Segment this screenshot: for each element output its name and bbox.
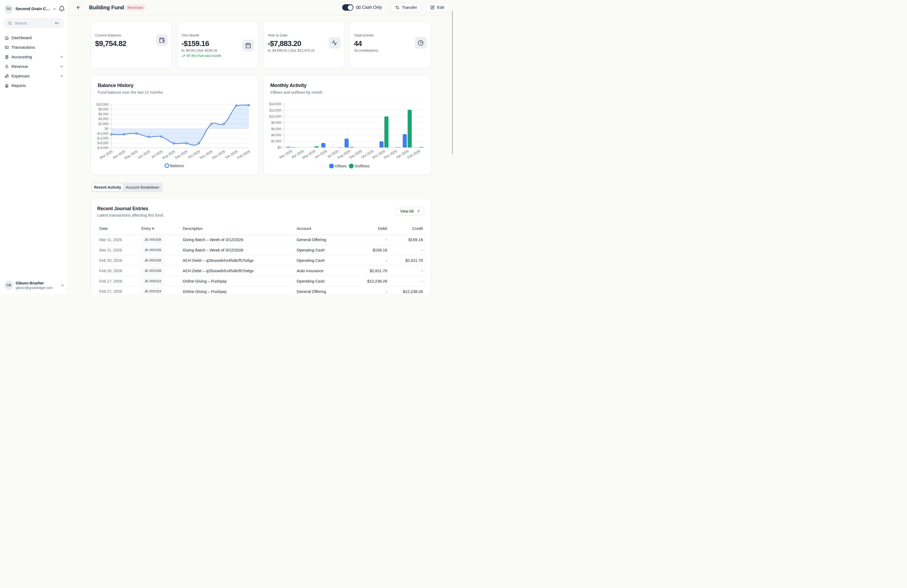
svg-text:Inflows: Inflows — [335, 164, 347, 168]
svg-text:$8,000: $8,000 — [99, 107, 109, 111]
svg-text:$6,000: $6,000 — [99, 112, 109, 116]
svg-text:$2,000: $2,000 — [271, 139, 281, 143]
svg-text:Jun 2025: Jun 2025 — [314, 149, 328, 159]
svg-text:Nov 2025: Nov 2025 — [372, 149, 386, 160]
svg-text:Apr 2025: Apr 2025 — [112, 150, 126, 160]
svg-text:Mar 2025: Mar 2025 — [99, 150, 114, 160]
svg-text:Dec 2025: Dec 2025 — [383, 149, 397, 160]
svg-text:$10,000: $10,000 — [269, 115, 282, 118]
svg-text:Feb 2026: Feb 2026 — [237, 150, 251, 160]
svg-text:Balance: Balance — [170, 164, 184, 168]
svg-text:$-2,000: $-2,000 — [97, 132, 108, 136]
svg-text:Aug 2025: Aug 2025 — [161, 150, 176, 160]
svg-text:Mar 2025: Mar 2025 — [279, 149, 293, 160]
svg-text:$10,000: $10,000 — [97, 103, 109, 106]
svg-text:Aug 2025: Aug 2025 — [337, 149, 351, 160]
svg-text:May 2025: May 2025 — [124, 150, 138, 160]
svg-text:Jan 2026: Jan 2026 — [224, 150, 238, 160]
svg-text:Outflows: Outflows — [355, 164, 370, 168]
svg-text:Dec 2025: Dec 2025 — [212, 150, 226, 160]
svg-text:Feb 2026: Feb 2026 — [407, 149, 421, 160]
svg-text:Jun 2025: Jun 2025 — [137, 150, 151, 160]
svg-text:$-8,000: $-8,000 — [97, 146, 108, 150]
svg-text:$0: $0 — [277, 146, 281, 150]
svg-text:Oct 2025: Oct 2025 — [187, 150, 201, 160]
svg-text:$-4,000: $-4,000 — [97, 136, 108, 140]
svg-text:Jul 2025: Jul 2025 — [151, 150, 163, 159]
svg-text:$12,000: $12,000 — [269, 109, 282, 112]
svg-text:Jan 2026: Jan 2026 — [396, 149, 409, 159]
svg-text:May 2025: May 2025 — [301, 149, 316, 160]
svg-text:$6,000: $6,000 — [271, 127, 281, 131]
svg-text:$0: $0 — [105, 127, 109, 131]
svg-text:Nov 2025: Nov 2025 — [199, 150, 213, 160]
svg-text:$14,000: $14,000 — [269, 102, 282, 106]
svg-text:$2,000: $2,000 — [99, 122, 109, 126]
svg-text:Sep 2025: Sep 2025 — [174, 150, 188, 160]
svg-text:$4,000: $4,000 — [99, 117, 109, 121]
svg-text:$-6,000: $-6,000 — [97, 141, 108, 145]
svg-text:$4,000: $4,000 — [271, 133, 281, 137]
svg-text:$8,000: $8,000 — [271, 121, 281, 125]
svg-text:Sep 2025: Sep 2025 — [348, 149, 363, 160]
